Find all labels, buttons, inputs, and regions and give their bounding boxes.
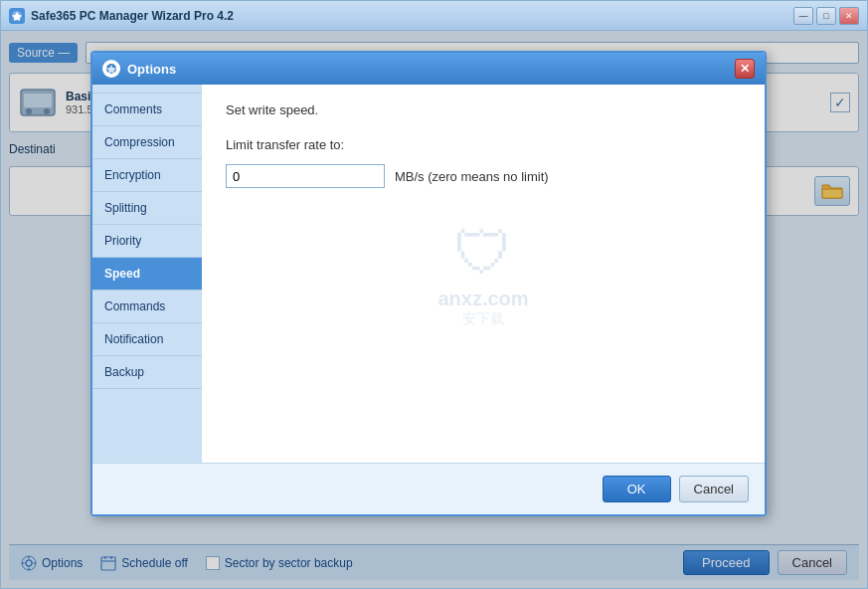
transfer-unit: MB/s (zero means no limit)	[395, 169, 549, 184]
title-bar: Safe365 PC Manager Wizard Pro 4.2 — □ ✕	[1, 1, 867, 31]
maximize-button[interactable]: □	[816, 7, 836, 25]
dialog-title-bar: Options ✕	[92, 53, 765, 85]
nav-item-comments[interactable]: Comments	[92, 93, 202, 126]
watermark: 🛡 anxz.com 安下载	[437, 219, 528, 328]
nav-item-priority[interactable]: Priority	[92, 225, 202, 258]
title-bar-controls: — □ ✕	[793, 7, 859, 25]
minimize-button[interactable]: —	[793, 7, 813, 25]
transfer-rate-row: Limit transfer rate to:	[226, 137, 741, 152]
nav-item-commands[interactable]: Commands	[92, 291, 202, 323]
dialog-title: Options	[127, 62, 176, 77]
nav-item-compression[interactable]: Compression	[92, 126, 202, 159]
dialog-footer: OK Cancel	[92, 463, 765, 514]
content-description: Set write speed.	[226, 102, 741, 117]
dialog-body: Comments Compression Encryption Splittin…	[92, 85, 765, 463]
options-dialog: Options ✕ Comments Compression Encryptio…	[90, 51, 767, 516]
main-window: Safe365 PC Manager Wizard Pro 4.2 — □ ✕ …	[0, 0, 868, 589]
dialog-title-left: Options	[102, 60, 176, 78]
nav-item-notification[interactable]: Notification	[92, 323, 202, 356]
nav-item-backup[interactable]: Backup	[92, 356, 202, 389]
dialog-title-icon	[102, 60, 120, 78]
dialog-content: 🛡 anxz.com 安下载 Set write speed. Limit tr…	[202, 85, 765, 463]
nav-item-encryption[interactable]: Encryption	[92, 159, 202, 192]
watermark-icon: 🛡	[437, 219, 528, 288]
watermark-text: anxz.com	[437, 288, 528, 310]
app-icon	[9, 8, 25, 24]
ok-button[interactable]: OK	[603, 476, 671, 502]
window-title: Safe365 PC Manager Wizard Pro 4.2	[31, 9, 234, 23]
main-content: Source — Basic M 931.51	[1, 31, 867, 588]
close-button[interactable]: ✕	[839, 7, 859, 25]
dialog-close-button[interactable]: ✕	[735, 59, 755, 79]
nav-item-speed[interactable]: Speed	[92, 258, 202, 291]
transfer-label: Limit transfer rate to:	[226, 137, 344, 152]
nav-item-splitting[interactable]: Splitting	[92, 192, 202, 225]
dialog-nav: Comments Compression Encryption Splittin…	[92, 85, 202, 463]
modal-overlay: Options ✕ Comments Compression Encryptio…	[1, 31, 867, 588]
dialog-cancel-button[interactable]: Cancel	[679, 476, 749, 502]
title-bar-left: Safe365 PC Manager Wizard Pro 4.2	[9, 8, 234, 24]
transfer-input-row: MB/s (zero means no limit)	[226, 164, 741, 188]
transfer-rate-input[interactable]	[226, 164, 385, 188]
